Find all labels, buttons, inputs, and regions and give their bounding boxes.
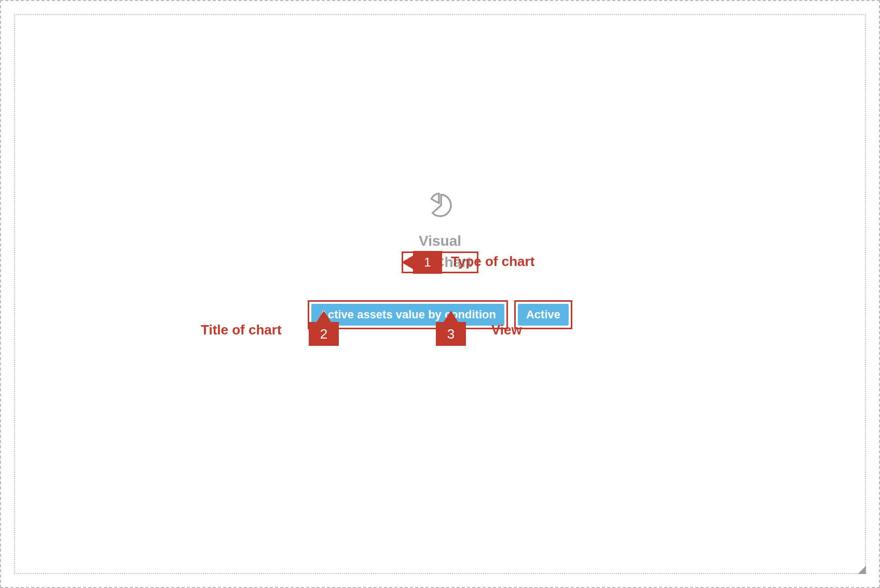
pie-chart-icon xyxy=(427,191,453,217)
annotation-1-label: Type of chart xyxy=(451,254,534,270)
annotation-2-arrow: 2 xyxy=(309,311,339,346)
annotation-1-arrow: 1 xyxy=(402,251,442,274)
annotation-3-arrow: 3 xyxy=(436,311,466,346)
view-chip[interactable]: Active xyxy=(518,304,569,326)
annotation-2-number: 2 xyxy=(309,322,339,346)
chart-title-chip[interactable]: Active assets value by condition xyxy=(311,304,504,326)
resize-handle[interactable] xyxy=(858,566,866,574)
view-chip-text: Active xyxy=(526,308,560,321)
outer-dashed-frame: Visual Pie Chart Active assets value by … xyxy=(0,0,880,588)
chart-title-chip-text: Active assets value by condition xyxy=(320,308,496,321)
annotation-1-number: 1 xyxy=(413,251,442,274)
arrow-up-icon xyxy=(444,311,458,322)
visual-label: Visual xyxy=(419,233,461,249)
annotation-2-label: Title of chart xyxy=(201,322,282,338)
annotation-3-label: View xyxy=(491,322,522,338)
inner-dotted-frame: Visual Pie Chart Active assets value by … xyxy=(14,14,866,574)
arrow-left-icon xyxy=(402,256,413,269)
view-chip-outline: Active xyxy=(514,300,572,329)
arrow-up-icon xyxy=(317,311,331,322)
annotation-3-number: 3 xyxy=(436,322,466,346)
